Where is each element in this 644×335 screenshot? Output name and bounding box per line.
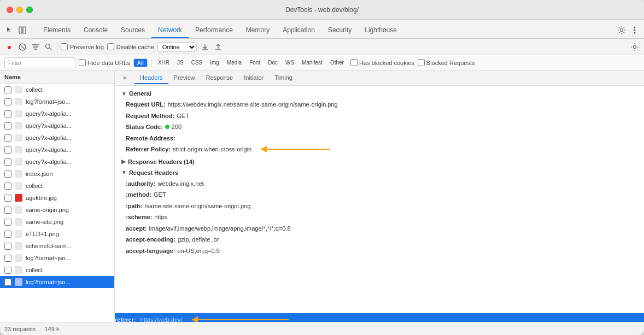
tab-lighthouse[interactable]: Lighthouse <box>358 23 403 38</box>
tab-sources[interactable]: Sources <box>114 23 151 38</box>
item-icon <box>15 194 22 202</box>
list-item[interactable]: query?x-algolia... <box>0 156 114 168</box>
network-list-items: collect log?format=jso... query?x-algoli… <box>0 84 114 322</box>
disable-cache-label[interactable]: Disable cache <box>107 43 154 50</box>
list-item[interactable]: index.json <box>0 168 114 180</box>
list-item[interactable]: same-origin.png <box>0 204 114 216</box>
filter-js-btn[interactable]: JS <box>174 58 187 67</box>
filter-xhr-btn[interactable]: XHR <box>155 58 173 67</box>
tab-security[interactable]: Security <box>321 23 358 38</box>
list-item[interactable]: collect <box>0 264 114 276</box>
tab-timing[interactable]: Timing <box>269 72 298 84</box>
list-item[interactable]: query?x-algolia... <box>0 144 114 156</box>
general-section: ▼ General Request URL: https://webdev.im… <box>121 90 637 154</box>
list-item[interactable]: collect <box>0 180 114 192</box>
list-item[interactable]: schemeful-sam... <box>0 240 114 252</box>
list-item[interactable]: query?x-algolia... <box>0 108 114 120</box>
import-icon[interactable] <box>200 42 210 52</box>
item-icon <box>15 242 22 250</box>
request-headers-section-header[interactable]: ▼ Request Headers <box>121 169 637 176</box>
headers-content: ▼ General Request URL: https://webdev.im… <box>115 86 644 313</box>
tab-elements[interactable]: Elements <box>37 23 77 38</box>
list-item[interactable]: log?format=jso... <box>0 252 114 264</box>
export-icon[interactable] <box>213 42 223 52</box>
filter-css-btn[interactable]: CSS <box>188 58 206 67</box>
item-icon <box>15 122 22 130</box>
list-item[interactable]: log?format=jso... <box>0 96 114 108</box>
filter-other-btn[interactable]: Other <box>327 58 347 67</box>
item-icon <box>15 278 22 286</box>
blocked-requests-checkbox[interactable] <box>418 59 425 66</box>
tab-response[interactable]: Response <box>201 72 239 84</box>
general-section-header[interactable]: ▼ General <box>121 90 637 97</box>
tab-initiator[interactable]: Initiator <box>238 72 269 84</box>
blocked-requests-label[interactable]: Blocked Requests <box>418 59 475 66</box>
filter-doc-btn[interactable]: Doc <box>265 58 281 67</box>
tab-network[interactable]: Network <box>151 23 189 38</box>
throttle-select[interactable]: Online Fast 3G Slow 3G Offline <box>157 42 197 52</box>
general-section-body: Request URL: https://webdev.imgix.net/sa… <box>121 100 637 154</box>
item-icon <box>15 146 22 154</box>
settings-icon[interactable] <box>617 25 627 35</box>
tab-performance[interactable]: Performance <box>189 23 239 38</box>
tab-bar-icons <box>4 25 32 38</box>
list-item[interactable]: query?x-algolia... <box>0 120 114 132</box>
maximize-button[interactable] <box>26 7 33 13</box>
clear-button[interactable] <box>17 42 27 52</box>
transfer-size: 149 k <box>44 326 59 332</box>
svg-rect-1 <box>23 27 26 33</box>
tab-memory[interactable]: Memory <box>239 23 276 38</box>
list-item[interactable]: agektmr.jpg <box>0 192 114 204</box>
preserve-log-label[interactable]: Preserve log <box>61 43 104 50</box>
tab-preview[interactable]: Preview <box>168 72 201 84</box>
filter-ws-btn[interactable]: WS <box>282 58 297 67</box>
tab-bar-right <box>617 25 640 38</box>
svg-rect-0 <box>19 27 22 33</box>
has-blocked-cookies-label[interactable]: Has blocked cookies <box>350 59 414 66</box>
tab-application[interactable]: Application <box>276 23 321 38</box>
filter-font-btn[interactable]: Font <box>246 58 264 67</box>
item-icon <box>15 218 22 226</box>
tab-headers[interactable]: Headers <box>134 72 168 84</box>
main-tabs: Elements Console Sources Network Perform… <box>37 23 403 38</box>
filter-icon[interactable] <box>31 42 40 52</box>
record-button[interactable]: ● <box>4 42 14 52</box>
item-icon <box>15 230 22 238</box>
list-item[interactable]: same-site.png <box>0 216 114 228</box>
has-blocked-cookies-checkbox[interactable] <box>350 59 358 66</box>
scheme-row: :scheme: https <box>126 213 637 222</box>
filter-media-btn[interactable]: Media <box>224 58 245 67</box>
hide-data-urls-label[interactable]: Hide data URLs <box>79 59 130 66</box>
filter-all-btn[interactable]: All <box>133 58 148 67</box>
preserve-log-checkbox[interactable] <box>61 43 68 50</box>
filter-img-btn[interactable]: Img <box>207 58 223 67</box>
devtools-window: DevTools - web.dev/blog/ Elements Consol… <box>0 0 644 335</box>
svg-point-2 <box>620 29 623 32</box>
hide-data-urls-checkbox[interactable] <box>79 59 86 66</box>
disable-cache-checkbox[interactable] <box>107 43 114 50</box>
panel-icon[interactable] <box>17 25 27 35</box>
filter-input[interactable] <box>4 57 75 68</box>
toolbar-settings-icon[interactable] <box>630 42 640 52</box>
tab-console[interactable]: Console <box>77 23 114 38</box>
request-url-row: Request URL: https://webdev.imgix.net/sa… <box>126 100 637 109</box>
list-item-selected[interactable]: log?format=jso... <box>0 276 114 288</box>
network-list-header: Name <box>0 70 114 84</box>
list-item[interactable]: query?x-algolia... <box>0 132 114 144</box>
svg-line-9 <box>50 48 52 50</box>
headers-panel: × Headers Preview Response Initiator Tim… <box>115 70 644 322</box>
svg-point-12 <box>634 45 636 48</box>
response-headers-section-header[interactable]: ▶ Response Headers (14) <box>121 158 637 165</box>
list-item[interactable]: eTLD+1.png <box>0 228 114 240</box>
minimize-button[interactable] <box>16 7 23 13</box>
list-item[interactable]: collect <box>0 84 114 96</box>
cursor-icon[interactable] <box>4 25 14 35</box>
svg-line-7 <box>21 45 24 49</box>
close-detail-btn[interactable]: × <box>119 73 130 84</box>
close-button[interactable] <box>7 7 13 13</box>
search-icon[interactable] <box>44 42 54 52</box>
menu-icon[interactable] <box>630 25 640 35</box>
filter-manifest-btn[interactable]: Manifest <box>298 58 326 67</box>
filter-bar: Hide data URLs All XHR JS CSS Img Media … <box>0 55 644 70</box>
requests-count: 23 requests <box>4 326 36 332</box>
